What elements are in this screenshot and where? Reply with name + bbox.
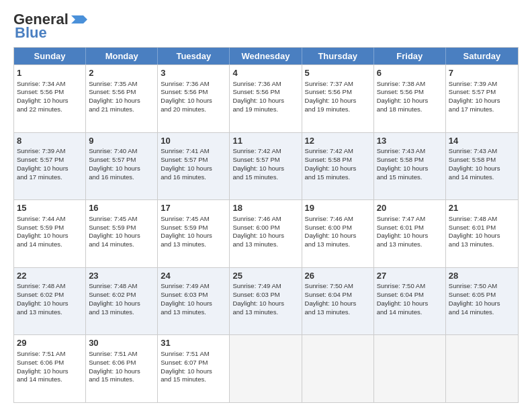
day-cell-3: 3Sunrise: 7:36 AM Sunset: 5:56 PM Daylig… <box>158 65 230 132</box>
day-cell-11: 11Sunrise: 7:42 AM Sunset: 5:57 PM Dayli… <box>230 133 302 200</box>
day-cell-16: 16Sunrise: 7:45 AM Sunset: 5:59 PM Dayli… <box>86 200 158 267</box>
day-number: 23 <box>89 270 154 282</box>
day-cell-26: 26Sunrise: 7:50 AM Sunset: 6:04 PM Dayli… <box>302 268 374 335</box>
day-info: Sunrise: 7:51 AM Sunset: 6:06 PM Dayligh… <box>89 350 140 383</box>
day-info: Sunrise: 7:41 AM Sunset: 5:57 PM Dayligh… <box>161 147 212 180</box>
header-day-wednesday: Wednesday <box>230 48 302 64</box>
day-info: Sunrise: 7:49 AM Sunset: 6:03 PM Dayligh… <box>232 282 284 315</box>
day-info: Sunrise: 7:38 AM Sunset: 5:56 PM Dayligh… <box>377 80 429 113</box>
empty-cell <box>374 335 446 402</box>
day-number: 2 <box>89 67 154 79</box>
day-cell-22: 22Sunrise: 7:48 AM Sunset: 6:02 PM Dayli… <box>14 268 86 335</box>
calendar-header: SundayMondayTuesdayWednesdayThursdayFrid… <box>14 48 518 64</box>
day-number: 24 <box>161 270 226 282</box>
day-number: 18 <box>232 202 298 214</box>
day-number: 13 <box>377 135 443 147</box>
day-info: Sunrise: 7:46 AM Sunset: 6:00 PM Dayligh… <box>232 215 284 248</box>
day-cell-27: 27Sunrise: 7:50 AM Sunset: 6:04 PM Dayli… <box>374 268 446 335</box>
day-cell-25: 25Sunrise: 7:49 AM Sunset: 6:03 PM Dayli… <box>230 268 302 335</box>
calendar-week-2: 8Sunrise: 7:39 AM Sunset: 5:57 PM Daylig… <box>14 132 518 200</box>
day-number: 31 <box>161 337 226 349</box>
empty-cell <box>446 335 518 402</box>
calendar-week-1: 1Sunrise: 7:34 AM Sunset: 5:56 PM Daylig… <box>14 64 518 132</box>
day-cell-9: 9Sunrise: 7:40 AM Sunset: 5:57 PM Daylig… <box>86 133 158 200</box>
day-number: 16 <box>89 202 154 214</box>
header-day-saturday: Saturday <box>446 48 518 64</box>
day-cell-1: 1Sunrise: 7:34 AM Sunset: 5:56 PM Daylig… <box>14 65 86 132</box>
day-number: 9 <box>89 135 154 147</box>
header-day-sunday: Sunday <box>14 48 86 64</box>
day-number: 28 <box>449 270 515 282</box>
day-number: 17 <box>161 202 226 214</box>
day-info: Sunrise: 7:46 AM Sunset: 6:00 PM Dayligh… <box>305 215 357 248</box>
day-number: 12 <box>305 135 371 147</box>
day-info: Sunrise: 7:39 AM Sunset: 5:57 PM Dayligh… <box>17 147 69 180</box>
day-number: 26 <box>305 270 371 282</box>
logo-arrow-icon <box>69 13 90 26</box>
day-cell-23: 23Sunrise: 7:48 AM Sunset: 6:02 PM Dayli… <box>86 268 158 335</box>
day-number: 30 <box>89 337 154 349</box>
day-number: 7 <box>449 67 515 79</box>
day-cell-24: 24Sunrise: 7:49 AM Sunset: 6:03 PM Dayli… <box>158 268 230 335</box>
day-info: Sunrise: 7:35 AM Sunset: 5:56 PM Dayligh… <box>89 80 140 113</box>
day-info: Sunrise: 7:43 AM Sunset: 5:58 PM Dayligh… <box>377 147 429 180</box>
page-header: General Blue <box>13 11 519 42</box>
day-number: 8 <box>17 135 83 147</box>
day-number: 3 <box>161 67 226 79</box>
day-info: Sunrise: 7:48 AM Sunset: 6:02 PM Dayligh… <box>17 282 69 315</box>
day-cell-13: 13Sunrise: 7:43 AM Sunset: 5:58 PM Dayli… <box>374 133 446 200</box>
day-info: Sunrise: 7:42 AM Sunset: 5:58 PM Dayligh… <box>305 147 357 180</box>
day-cell-5: 5Sunrise: 7:37 AM Sunset: 5:56 PM Daylig… <box>302 65 374 132</box>
day-number: 5 <box>305 67 371 79</box>
day-cell-18: 18Sunrise: 7:46 AM Sunset: 6:00 PM Dayli… <box>230 200 302 267</box>
header-day-tuesday: Tuesday <box>158 48 230 64</box>
day-number: 19 <box>305 202 371 214</box>
day-info: Sunrise: 7:36 AM Sunset: 5:56 PM Dayligh… <box>232 80 284 113</box>
day-info: Sunrise: 7:36 AM Sunset: 5:56 PM Dayligh… <box>161 80 212 113</box>
header-day-friday: Friday <box>374 48 446 64</box>
day-number: 4 <box>232 67 298 79</box>
day-number: 25 <box>232 270 298 282</box>
day-cell-30: 30Sunrise: 7:51 AM Sunset: 6:06 PM Dayli… <box>86 335 158 402</box>
day-cell-31: 31Sunrise: 7:51 AM Sunset: 6:07 PM Dayli… <box>158 335 230 402</box>
day-info: Sunrise: 7:48 AM Sunset: 6:01 PM Dayligh… <box>449 215 500 248</box>
day-cell-2: 2Sunrise: 7:35 AM Sunset: 5:56 PM Daylig… <box>86 65 158 132</box>
day-cell-28: 28Sunrise: 7:50 AM Sunset: 6:05 PM Dayli… <box>446 268 518 335</box>
day-info: Sunrise: 7:47 AM Sunset: 6:01 PM Dayligh… <box>377 215 429 248</box>
day-number: 20 <box>377 202 443 214</box>
calendar-week-5: 29Sunrise: 7:51 AM Sunset: 6:06 PM Dayli… <box>14 334 518 402</box>
day-number: 6 <box>377 67 443 79</box>
day-number: 22 <box>17 270 83 282</box>
day-info: Sunrise: 7:48 AM Sunset: 6:02 PM Dayligh… <box>89 282 140 315</box>
day-info: Sunrise: 7:37 AM Sunset: 5:56 PM Dayligh… <box>305 80 357 113</box>
day-number: 29 <box>17 337 83 349</box>
day-info: Sunrise: 7:50 AM Sunset: 6:04 PM Dayligh… <box>377 282 429 315</box>
header-day-thursday: Thursday <box>302 48 374 64</box>
day-cell-8: 8Sunrise: 7:39 AM Sunset: 5:57 PM Daylig… <box>14 133 86 200</box>
day-info: Sunrise: 7:45 AM Sunset: 5:59 PM Dayligh… <box>89 215 140 248</box>
logo-blue: Blue <box>15 24 47 42</box>
day-cell-7: 7Sunrise: 7:39 AM Sunset: 5:57 PM Daylig… <box>446 65 518 132</box>
day-cell-17: 17Sunrise: 7:45 AM Sunset: 5:59 PM Dayli… <box>158 200 230 267</box>
day-cell-29: 29Sunrise: 7:51 AM Sunset: 6:06 PM Dayli… <box>14 335 86 402</box>
header-day-monday: Monday <box>86 48 158 64</box>
day-info: Sunrise: 7:40 AM Sunset: 5:57 PM Dayligh… <box>89 147 140 180</box>
day-number: 27 <box>377 270 443 282</box>
calendar: SundayMondayTuesdayWednesdayThursdayFrid… <box>13 47 519 403</box>
calendar-week-4: 22Sunrise: 7:48 AM Sunset: 6:02 PM Dayli… <box>14 267 518 335</box>
day-info: Sunrise: 7:34 AM Sunset: 5:56 PM Dayligh… <box>17 80 69 113</box>
day-cell-14: 14Sunrise: 7:43 AM Sunset: 5:58 PM Dayli… <box>446 133 518 200</box>
empty-cell <box>302 335 374 402</box>
day-cell-20: 20Sunrise: 7:47 AM Sunset: 6:01 PM Dayli… <box>374 200 446 267</box>
day-info: Sunrise: 7:51 AM Sunset: 6:07 PM Dayligh… <box>161 350 212 383</box>
day-info: Sunrise: 7:42 AM Sunset: 5:57 PM Dayligh… <box>232 147 284 180</box>
calendar-body: 1Sunrise: 7:34 AM Sunset: 5:56 PM Daylig… <box>14 64 518 402</box>
day-info: Sunrise: 7:50 AM Sunset: 6:04 PM Dayligh… <box>305 282 357 315</box>
day-info: Sunrise: 7:51 AM Sunset: 6:06 PM Dayligh… <box>17 350 69 383</box>
logo: General Blue <box>13 11 90 42</box>
day-cell-15: 15Sunrise: 7:44 AM Sunset: 5:59 PM Dayli… <box>14 200 86 267</box>
day-number: 21 <box>449 202 515 214</box>
day-number: 15 <box>17 202 83 214</box>
day-info: Sunrise: 7:49 AM Sunset: 6:03 PM Dayligh… <box>161 282 212 315</box>
day-info: Sunrise: 7:50 AM Sunset: 6:05 PM Dayligh… <box>449 282 500 315</box>
